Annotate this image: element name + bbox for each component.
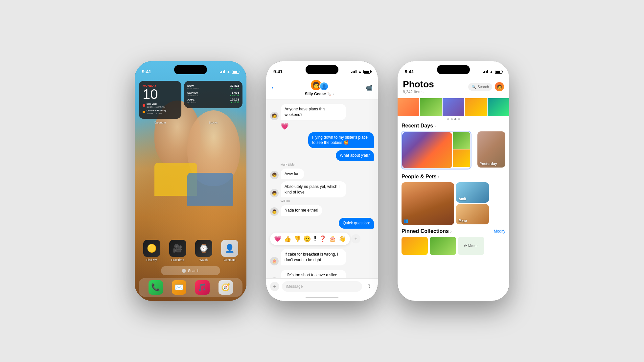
pinned-card-3[interactable]: 🗺 Meerut	[458, 237, 484, 255]
photos-body: Recent Days ›	[398, 123, 509, 301]
today-main-photo	[402, 132, 452, 168]
phone-messages: 9:41 ▲ ‹ 🧑 👤	[266, 61, 378, 301]
msg-avatar-cake: 🎂	[270, 257, 279, 265]
message-plus-button[interactable]: ＋	[270, 282, 279, 291]
calendar-widget[interactable]: MONDAY 10 Site visit 10:15 – 10:45AM	[139, 81, 181, 119]
message-placeholder: iMessage	[286, 284, 303, 289]
msg-bubble-haha: Life's too short to leave a slice behind	[281, 270, 346, 278]
tapback-exclaim[interactable]: ‼️	[313, 235, 316, 242]
tapback-salute[interactable]: 🫡	[304, 235, 311, 242]
search-label: Search	[477, 85, 489, 89]
tapback-heart[interactable]: 💗	[274, 235, 281, 242]
calendar-event-1: Site visit 10:15 – 10:45AM	[143, 102, 177, 108]
battery-icon	[232, 70, 239, 74]
back-button[interactable]: ‹	[271, 84, 273, 91]
pinned-collections-bar: 🗺 Meerut	[402, 237, 505, 255]
app-findmy[interactable]: 🟡 Find My	[143, 240, 160, 261]
msg-row-2: 👦 Aww fun!	[270, 169, 374, 179]
home-screen: 9:41 ▲ MONDAY 10	[135, 61, 246, 301]
event-dot-2	[143, 111, 145, 113]
search-label: Search	[188, 269, 199, 273]
msg-avatar-2: 👦	[270, 171, 279, 179]
signal-icon	[220, 70, 225, 73]
amit-card[interactable]: Amit	[456, 182, 489, 203]
message-mic-button[interactable]: 🎙	[365, 282, 374, 291]
pinned-card-1[interactable]	[402, 237, 428, 255]
msg-bubble-cake: If cake for breakfast is wrong, I don't …	[281, 249, 346, 265]
msg-row-sent-1: Flying down to my sister's place to see …	[270, 132, 374, 148]
stock-full-sp500: Standard &...	[187, 94, 200, 97]
modify-button[interactable]: Modify	[494, 229, 505, 234]
photos-search-button[interactable]: 🔍 Search	[468, 83, 492, 91]
event-title-2: Lunch with Andy	[147, 109, 166, 112]
recent-days-title: Recent Days	[402, 123, 433, 129]
tapback-cake[interactable]: 🎂	[329, 235, 336, 242]
wifi-icon-3: ▲	[490, 70, 493, 74]
dock-mail[interactable]: ✉️	[172, 280, 186, 295]
stock-item-dow: DOW Dow Jones I... 37,816 ▲ +570.17	[187, 84, 239, 90]
msg-bubble-sent-2: What about y'all?	[336, 150, 374, 161]
add-reaction-button[interactable]: ＋	[351, 234, 360, 243]
contact-name: Silly Geese 🪿	[305, 92, 332, 96]
signal-icon-2	[351, 70, 357, 73]
photos-title-group: Photos 8,342 Items	[403, 79, 434, 94]
msg-bubble-4: Nada for me either!	[281, 205, 322, 216]
msg-row-3: 👦 Absolutely no plans yet, which I kind …	[270, 181, 374, 198]
event-dot-1	[143, 104, 145, 107]
stock-change-sp500: ▲ +80.48	[229, 94, 239, 97]
msg-avatar-3: 👦	[270, 189, 279, 197]
dot-3-active[interactable]	[454, 118, 456, 120]
today-main-img	[402, 132, 452, 168]
people-pets-grid: 👥 Amit Maya	[402, 182, 505, 225]
yesterday-card[interactable]: Yesterday	[477, 131, 505, 168]
people-card-large[interactable]: 👥	[402, 182, 454, 225]
maya-card[interactable]: Maya	[456, 204, 489, 224]
dot-2[interactable]	[451, 118, 453, 120]
status-icons: ▲	[220, 70, 239, 74]
tapback-thumbsup[interactable]: 👍	[284, 235, 291, 242]
home-indicator	[266, 294, 378, 301]
findmy-label: Find My	[146, 258, 157, 261]
dock-music[interactable]: 🎵	[195, 280, 210, 295]
strip-photo-2	[420, 98, 442, 116]
stocks-widget[interactable]: DOW Dow Jones I... 37,816 ▲ +570.17 S&P …	[184, 81, 242, 108]
photos-screen: 9:41 ▲ Photos 8,342 Items	[398, 61, 509, 301]
facetime-label: FaceTime	[171, 258, 184, 261]
pinned-chevron-icon[interactable]: ›	[450, 229, 452, 234]
dynamic-island	[174, 65, 207, 74]
amit-label: Amit	[459, 197, 466, 201]
message-input[interactable]: iMessage	[282, 281, 362, 292]
stock-name-dow: DOW	[187, 84, 201, 87]
findmy-icon: 🟡	[143, 240, 160, 257]
watch-label: Watch	[199, 258, 208, 261]
status-time: 9:41	[142, 69, 151, 74]
today-card-group[interactable]	[402, 131, 471, 169]
people-chevron-icon[interactable]: ›	[438, 174, 440, 179]
app-contacts[interactable]: 👤 Contacts	[221, 240, 238, 261]
video-call-button[interactable]: 📹	[365, 84, 373, 91]
dock-safari[interactable]: 🧭	[218, 280, 233, 295]
spotlight-search[interactable]: ⚪ Search	[161, 266, 220, 275]
app-watch[interactable]: ⌚ Watch	[195, 240, 212, 261]
tapback-row[interactable]: 💗 👍 👎 🫡 ‼️ ❓ 🎂 👋	[270, 233, 350, 245]
status-icons-2: ▲	[351, 70, 371, 74]
tapback-wave[interactable]: 👋	[339, 235, 346, 242]
dynamic-island-3	[437, 65, 470, 74]
stocks-widget-label: Stocks	[209, 121, 218, 124]
stock-full-dow: Dow Jones I...	[187, 87, 201, 90]
app-facetime[interactable]: 🎥 FaceTime	[169, 240, 186, 261]
recent-days-chevron-icon[interactable]: ›	[434, 123, 436, 128]
pinned-card-2[interactable]	[430, 237, 456, 255]
dot-4[interactable]	[458, 118, 460, 120]
dot-1[interactable]	[447, 118, 449, 120]
stock-price-aapl: 170.33	[230, 98, 239, 101]
phone-home: 9:41 ▲ MONDAY 10	[135, 61, 246, 301]
photos-user-avatar[interactable]: 🧑	[495, 82, 504, 91]
msg-row-sent-3: Quick question:	[270, 218, 374, 229]
widgets-row: MONDAY 10 Site visit 10:15 – 10:45AM	[139, 81, 242, 119]
tapback-question[interactable]: ❓	[319, 235, 326, 242]
tapback-thumbsdown[interactable]: 👎	[294, 235, 301, 242]
phone-photos: 9:41 ▲ Photos 8,342 Items	[398, 61, 509, 301]
dock-phone[interactable]: 📞	[149, 280, 163, 295]
msg-heart: 💗	[281, 122, 374, 130]
